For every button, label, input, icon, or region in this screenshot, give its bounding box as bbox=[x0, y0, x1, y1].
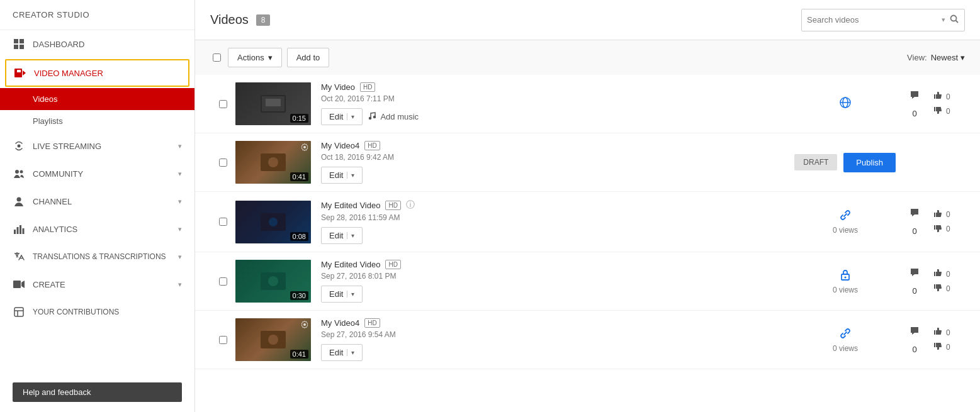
stat-views: 0 views bbox=[833, 226, 858, 235]
sidebar-item-dashboard[interactable]: DASHBOARD bbox=[0, 30, 194, 58]
add-to-button[interactable]: Add to bbox=[287, 48, 330, 67]
edit-button[interactable]: Edit ▾ bbox=[321, 344, 363, 361]
sidebar-sub-playlists[interactable]: Playlists bbox=[0, 110, 194, 132]
actions-button[interactable]: Actions ▾ bbox=[228, 48, 282, 67]
table-row: 0:41 My Video4 HD Oct 18, 2016 9:42 AM E… bbox=[195, 133, 980, 192]
info-icon[interactable]: ⓘ bbox=[406, 199, 415, 211]
view-selector: View: Newest ▾ bbox=[907, 53, 965, 62]
public-icon bbox=[839, 96, 852, 112]
edit-button[interactable]: Edit ▾ bbox=[321, 108, 363, 125]
edit-dropdown-icon[interactable]: ▾ bbox=[347, 349, 354, 356]
edit-dropdown-icon[interactable]: ▾ bbox=[347, 232, 354, 239]
svg-rect-24 bbox=[266, 99, 281, 106]
edit-button[interactable]: Edit ▾ bbox=[321, 286, 363, 303]
svg-point-26 bbox=[374, 116, 376, 118]
sidebar-item-translations[interactable]: TRANSLATIONS & TRANSCRIPTIONS ▾ bbox=[0, 243, 194, 270]
edit-label: Edit bbox=[329, 289, 343, 299]
svg-point-41 bbox=[303, 323, 306, 326]
svg-rect-11 bbox=[14, 230, 16, 234]
svg-rect-3 bbox=[20, 45, 24, 49]
svg-rect-15 bbox=[13, 281, 21, 288]
row-checkbox-col[interactable] bbox=[210, 159, 235, 167]
live-streaming-label: LIVE STREAMING bbox=[33, 142, 101, 151]
thumbs-up-icon bbox=[933, 209, 942, 220]
channel-icon bbox=[13, 195, 25, 208]
table-row: 0:30 My Edited Video HD Sep 27, 2016 8:0… bbox=[195, 252, 980, 311]
video-status-col bbox=[795, 96, 896, 112]
likes-col: 0 0 bbox=[933, 327, 965, 352]
dislike-count: 0 bbox=[946, 284, 950, 293]
sidebar-item-video-manager[interactable]: VIDEO MANAGER bbox=[5, 59, 189, 87]
svg-point-20 bbox=[951, 16, 957, 21]
hd-badge: HD bbox=[385, 201, 400, 210]
select-all-checkbox[interactable] bbox=[213, 53, 221, 62]
row-checkbox[interactable] bbox=[219, 336, 227, 344]
comment-count: 0 bbox=[912, 109, 916, 118]
edit-button[interactable]: Edit ▾ bbox=[321, 227, 363, 244]
sidebar-item-live-streaming[interactable]: LIVE STREAMING ▾ bbox=[0, 132, 194, 160]
row-checkbox[interactable] bbox=[219, 218, 227, 226]
select-all-checkbox-col[interactable] bbox=[210, 53, 223, 62]
row-checkbox[interactable] bbox=[219, 100, 227, 108]
dashboard-label: DASHBOARD bbox=[33, 40, 84, 49]
svg-point-8 bbox=[15, 170, 19, 174]
video-title-row: My Video4 HD bbox=[321, 141, 784, 150]
translate-icon bbox=[13, 250, 25, 263]
link-icon2 bbox=[839, 327, 852, 343]
channel-chevron: ▾ bbox=[178, 198, 182, 206]
hd-badge: HD bbox=[360, 82, 375, 92]
video-manager-icon bbox=[14, 67, 26, 79]
video-title: My Video4 bbox=[321, 141, 359, 150]
video-info: My Edited Video HD Sep 27, 2016 8:01 PM … bbox=[311, 260, 795, 303]
video-actions: Edit ▾ bbox=[321, 344, 785, 361]
video-date: Sep 27, 2016 8:01 PM bbox=[321, 272, 785, 281]
link-icon bbox=[839, 209, 852, 225]
row-checkbox-col[interactable] bbox=[210, 100, 235, 108]
svg-rect-1 bbox=[20, 39, 24, 43]
grid-icon bbox=[13, 38, 25, 50]
view-option-label: Newest bbox=[931, 53, 958, 62]
thumbs-down-icon bbox=[933, 106, 942, 116]
row-checkbox-col[interactable] bbox=[210, 277, 235, 286]
help-feedback-button[interactable]: Help and feedback bbox=[13, 382, 182, 402]
row-checkbox[interactable] bbox=[219, 277, 227, 286]
row-checkbox-col[interactable] bbox=[210, 218, 235, 226]
sidebar-item-analytics[interactable]: ANALYTICS ▾ bbox=[0, 215, 194, 243]
edit-dropdown-icon[interactable]: ▾ bbox=[347, 113, 354, 120]
edit-dropdown-icon[interactable]: ▾ bbox=[347, 172, 354, 179]
add-music-label: Add music bbox=[380, 112, 419, 121]
search-input[interactable] bbox=[807, 15, 942, 25]
page-title: Videos bbox=[210, 13, 249, 27]
dislike-count: 0 bbox=[946, 225, 950, 233]
publish-button[interactable]: Publish bbox=[843, 153, 896, 172]
row-checkbox[interactable] bbox=[219, 159, 227, 167]
search-box[interactable]: ▾ bbox=[801, 9, 965, 31]
header-left: Videos 8 bbox=[210, 13, 270, 27]
video-title-row: My Video HD bbox=[321, 82, 785, 92]
video-actions: Edit ▾ Add music bbox=[321, 108, 785, 125]
row-checkbox-col[interactable] bbox=[210, 336, 235, 344]
comments-col: 0 bbox=[896, 208, 933, 236]
svg-rect-0 bbox=[14, 39, 18, 43]
comment-icon bbox=[910, 90, 920, 103]
sidebar-item-channel[interactable]: CHANNEL ▾ bbox=[0, 187, 194, 215]
video-thumbnail: 0:30 bbox=[235, 260, 311, 303]
edit-dropdown-icon[interactable]: ▾ bbox=[347, 291, 354, 298]
sidebar-item-contributions[interactable]: YOUR CONTRIBUTIONS bbox=[0, 298, 194, 326]
view-dropdown[interactable]: Newest ▾ bbox=[931, 53, 965, 62]
add-music-button[interactable]: Add music bbox=[368, 111, 419, 122]
video-date: Sep 27, 2016 9:54 AM bbox=[321, 330, 785, 339]
sidebar-item-create[interactable]: CREATE ▾ bbox=[0, 270, 194, 298]
sidebar-item-community[interactable]: COMMUNITY ▾ bbox=[0, 160, 194, 187]
edit-button[interactable]: Edit ▾ bbox=[321, 167, 363, 184]
actions-label: Actions bbox=[237, 53, 264, 62]
thumbs-up-icon bbox=[933, 327, 942, 338]
dislike-count: 0 bbox=[946, 107, 950, 116]
dislike-row: 0 bbox=[933, 106, 965, 116]
video-duration: 0:08 bbox=[290, 232, 308, 241]
comment-count: 0 bbox=[912, 345, 916, 354]
svg-point-31 bbox=[268, 157, 278, 167]
analytics-label: ANALYTICS bbox=[33, 225, 77, 234]
thumbs-down-icon bbox=[933, 342, 942, 352]
sidebar-sub-videos[interactable]: Videos bbox=[0, 88, 194, 110]
